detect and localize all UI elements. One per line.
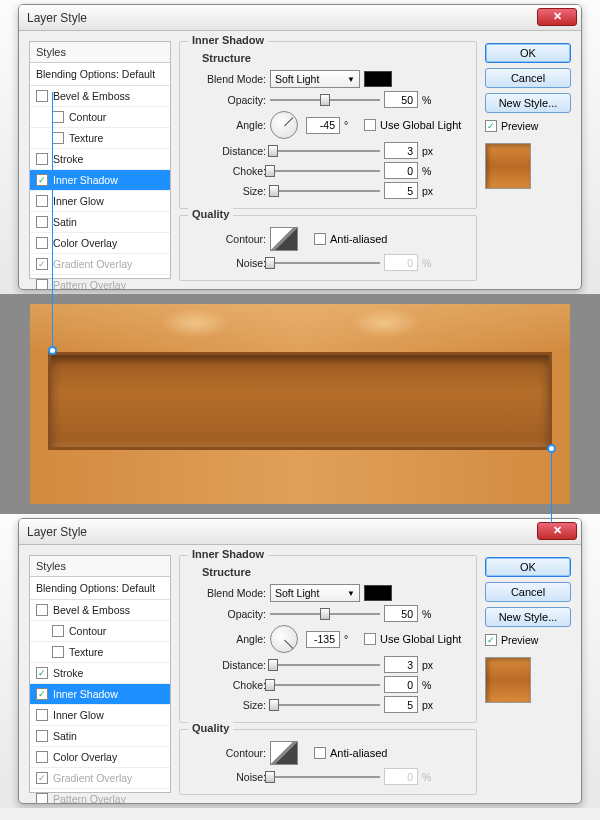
distance-input[interactable]: 3 bbox=[384, 142, 418, 159]
cancel-button[interactable]: Cancel bbox=[485, 68, 571, 88]
new-style-button[interactable]: New Style... bbox=[485, 93, 571, 113]
angle-input[interactable]: -135 bbox=[306, 631, 340, 648]
choke-label: Choke: bbox=[190, 165, 266, 177]
close-button[interactable]: ✕ bbox=[537, 522, 577, 540]
style-bevel-emboss[interactable]: Bevel & Emboss bbox=[30, 600, 170, 621]
noise-slider[interactable] bbox=[270, 770, 380, 784]
blend-mode-dropdown[interactable]: Soft Light▼ bbox=[270, 70, 360, 88]
checkbox[interactable] bbox=[36, 772, 48, 784]
angle-input[interactable]: -45 bbox=[306, 117, 340, 134]
distance-slider[interactable] bbox=[270, 144, 380, 158]
style-contour[interactable]: Contour bbox=[30, 621, 170, 642]
style-satin[interactable]: Satin bbox=[30, 726, 170, 747]
style-gradient-overlay[interactable]: Gradient Overlay bbox=[30, 254, 170, 275]
size-input[interactable]: 5 bbox=[384, 182, 418, 199]
style-bevel-emboss[interactable]: Bevel & Emboss bbox=[30, 86, 170, 107]
checkbox[interactable] bbox=[36, 174, 48, 186]
blending-options[interactable]: Blending Options: Default bbox=[30, 63, 170, 86]
blend-mode-label: Blend Mode: bbox=[190, 587, 266, 599]
distance-slider[interactable] bbox=[270, 658, 380, 672]
checkbox[interactable] bbox=[36, 604, 48, 616]
contour-picker[interactable] bbox=[270, 227, 298, 251]
checkbox[interactable] bbox=[36, 258, 48, 270]
style-inner-shadow[interactable]: Inner Shadow bbox=[30, 170, 170, 191]
close-button[interactable]: ✕ bbox=[537, 8, 577, 26]
ok-button[interactable]: OK bbox=[485, 43, 571, 63]
style-color-overlay[interactable]: Color Overlay bbox=[30, 233, 170, 254]
style-pattern-overlay[interactable]: Pattern Overlay bbox=[30, 789, 170, 803]
blending-options[interactable]: Blending Options: Default bbox=[30, 577, 170, 600]
checkbox[interactable] bbox=[52, 111, 64, 123]
choke-slider[interactable] bbox=[270, 164, 380, 178]
checkbox[interactable] bbox=[36, 90, 48, 102]
checkbox[interactable] bbox=[36, 195, 48, 207]
choke-slider[interactable] bbox=[270, 678, 380, 692]
checkbox[interactable] bbox=[36, 751, 48, 763]
cancel-button[interactable]: Cancel bbox=[485, 582, 571, 602]
new-style-button[interactable]: New Style... bbox=[485, 607, 571, 627]
angle-dial[interactable] bbox=[270, 625, 298, 653]
size-slider[interactable] bbox=[270, 184, 380, 198]
style-texture[interactable]: Texture bbox=[30, 642, 170, 663]
ok-button[interactable]: OK bbox=[485, 557, 571, 577]
checkbox[interactable] bbox=[52, 646, 64, 658]
antialiased-label: Anti-aliased bbox=[330, 233, 387, 245]
checkbox[interactable] bbox=[36, 688, 48, 700]
noise-slider[interactable] bbox=[270, 256, 380, 270]
opacity-input[interactable]: 50 bbox=[384, 605, 418, 622]
choke-input[interactable]: 0 bbox=[384, 676, 418, 693]
style-inner-glow[interactable]: Inner Glow bbox=[30, 705, 170, 726]
shadow-color-swatch[interactable] bbox=[364, 71, 392, 87]
style-inner-shadow[interactable]: Inner Shadow bbox=[30, 684, 170, 705]
checkbox[interactable] bbox=[36, 237, 48, 249]
distance-label: Distance: bbox=[190, 145, 266, 157]
distance-label: Distance: bbox=[190, 659, 266, 671]
opacity-input[interactable]: 50 bbox=[384, 91, 418, 108]
contour-picker[interactable] bbox=[270, 741, 298, 765]
noise-input[interactable]: 0 bbox=[384, 254, 418, 271]
size-input[interactable]: 5 bbox=[384, 696, 418, 713]
checkbox[interactable] bbox=[36, 793, 48, 803]
checkbox[interactable] bbox=[36, 279, 48, 289]
blend-mode-label: Blend Mode: bbox=[190, 73, 266, 85]
group-legend: Inner Shadow bbox=[188, 548, 268, 560]
style-pattern-overlay[interactable]: Pattern Overlay bbox=[30, 275, 170, 289]
global-light-checkbox[interactable] bbox=[364, 119, 376, 131]
style-inner-glow[interactable]: Inner Glow bbox=[30, 191, 170, 212]
checkbox[interactable] bbox=[36, 153, 48, 165]
checkbox[interactable] bbox=[52, 625, 64, 637]
style-gradient-overlay[interactable]: Gradient Overlay bbox=[30, 768, 170, 789]
structure-subhead: Structure bbox=[202, 566, 466, 578]
dialog-buttons: OK Cancel New Style... Preview bbox=[485, 555, 571, 793]
antialiased-checkbox[interactable] bbox=[314, 233, 326, 245]
antialiased-checkbox[interactable] bbox=[314, 747, 326, 759]
choke-input[interactable]: 0 bbox=[384, 162, 418, 179]
checkbox[interactable] bbox=[485, 120, 497, 132]
style-stroke[interactable]: Stroke bbox=[30, 663, 170, 684]
checkbox[interactable] bbox=[36, 709, 48, 721]
style-texture[interactable]: Texture bbox=[30, 128, 170, 149]
distance-input[interactable]: 3 bbox=[384, 656, 418, 673]
blend-mode-dropdown[interactable]: Soft Light▼ bbox=[270, 584, 360, 602]
global-light-label: Use Global Light bbox=[380, 119, 461, 131]
opacity-slider[interactable] bbox=[270, 93, 380, 107]
checkbox[interactable] bbox=[52, 132, 64, 144]
checkbox[interactable] bbox=[36, 667, 48, 679]
shadow-color-swatch[interactable] bbox=[364, 585, 392, 601]
noise-input[interactable]: 0 bbox=[384, 768, 418, 785]
style-color-overlay[interactable]: Color Overlay bbox=[30, 747, 170, 768]
opacity-slider[interactable] bbox=[270, 607, 380, 621]
size-slider[interactable] bbox=[270, 698, 380, 712]
layer-style-dialog-top: Layer Style ✕ Styles Blending Options: D… bbox=[18, 4, 582, 290]
checkbox[interactable] bbox=[485, 634, 497, 646]
style-stroke[interactable]: Stroke bbox=[30, 149, 170, 170]
angle-dial[interactable] bbox=[270, 111, 298, 139]
style-satin[interactable]: Satin bbox=[30, 212, 170, 233]
checkbox[interactable] bbox=[36, 216, 48, 228]
preview-toggle[interactable]: Preview bbox=[485, 120, 571, 132]
style-contour[interactable]: Contour bbox=[30, 107, 170, 128]
checkbox[interactable] bbox=[36, 730, 48, 742]
styles-header: Styles bbox=[30, 42, 170, 63]
global-light-checkbox[interactable] bbox=[364, 633, 376, 645]
preview-toggle[interactable]: Preview bbox=[485, 634, 571, 646]
